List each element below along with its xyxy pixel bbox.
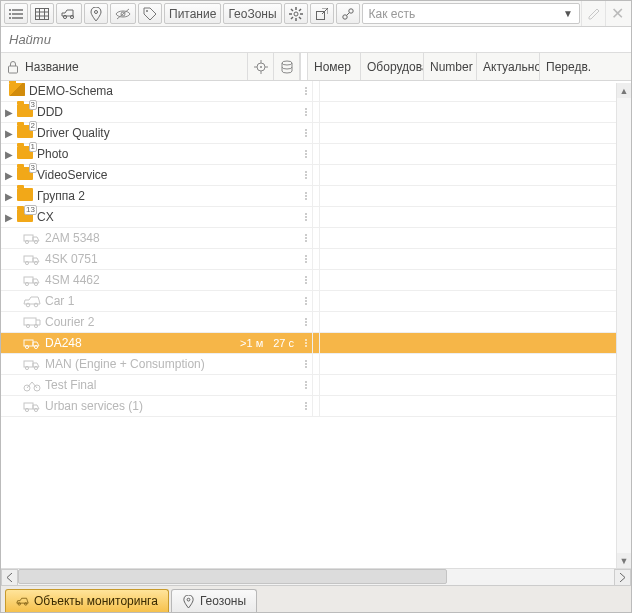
list-view-icon[interactable] [4,3,28,24]
svg-rect-30 [9,66,18,73]
svg-line-29 [346,12,349,15]
tree-label: DDD [37,105,63,119]
row-menu-icon[interactable] [300,87,312,95]
svg-line-24 [291,17,293,19]
tree-label: Courier 2 [45,315,94,329]
vehicles-icon[interactable] [56,3,82,24]
svg-rect-49 [24,318,36,325]
row-menu-icon[interactable] [300,360,312,368]
row-menu-icon[interactable] [300,129,312,137]
col-name[interactable]: Название [1,53,248,80]
row-menu-icon[interactable] [300,297,312,305]
tree-label: MAN (Engine + Consumption) [45,357,205,371]
tree-vehicle[interactable]: Urban services (1) [1,396,631,417]
tree-root[interactable]: DEMO-Schema [1,81,631,102]
folder-icon [17,188,33,201]
col-number-ru[interactable]: Номер [308,53,361,80]
grid-view-icon[interactable] [30,3,54,24]
svg-rect-38 [24,235,33,241]
vehicle-icon [23,399,41,413]
tag-icon[interactable] [138,3,162,24]
tree-folder[interactable]: ▶13CX [1,207,631,228]
tree-label: CX [37,210,54,224]
link-icon[interactable] [336,3,360,24]
scroll-right-icon[interactable] [614,569,631,586]
tree-vehicle[interactable]: Courier 2 [1,312,631,333]
folder-badge: 3 [29,163,37,173]
column-header: Название Номер Оборудова... Number Актуа… [1,53,631,81]
edit-icon[interactable] [581,1,605,26]
row-menu-icon[interactable] [300,318,312,326]
tree-vehicle[interactable]: DA248>1 м27 с [1,333,631,354]
v-scrollbar[interactable]: ▲ ▼ [616,83,631,568]
search-input[interactable] [1,27,631,52]
col-actual[interactable]: Актуально... [477,53,540,80]
svg-point-39 [25,240,28,243]
row-menu-icon[interactable] [300,339,312,347]
col-equipment[interactable]: Оборудова... [361,53,424,80]
row-menu-icon[interactable] [300,108,312,116]
caret-icon[interactable]: ▶ [5,212,13,223]
vehicle-icon [23,357,41,371]
tab-geozones[interactable]: Геозоны [171,589,257,612]
tree-label: VideoService [37,168,108,182]
tree-label: 4SK 0751 [45,252,98,266]
tree-vehicle[interactable]: Test Final [1,375,631,396]
row-menu-icon[interactable] [300,234,312,242]
scroll-up-icon[interactable]: ▲ [617,83,631,98]
view-dropdown-value: Как есть [369,7,416,21]
tree-folder[interactable]: ▶3VideoService [1,165,631,186]
popout-icon[interactable] [310,3,334,24]
tree-vehicle[interactable]: Car 1 [1,291,631,312]
row-menu-icon[interactable] [300,150,312,158]
tree-folder[interactable]: ▶Группа 2 [1,186,631,207]
tree-vehicle[interactable]: 2AM 5348 [1,228,631,249]
row-menu-icon[interactable] [300,255,312,263]
col-number[interactable]: Number [424,53,477,80]
scroll-left-icon[interactable] [1,569,18,586]
h-scrollbar[interactable] [1,568,631,585]
folder-badge: 1 [29,142,37,152]
tree-vehicle[interactable]: 4SM 4462 [1,270,631,291]
close-icon[interactable]: ✕ [605,1,629,26]
caret-icon[interactable]: ▶ [5,107,13,118]
col-target[interactable] [248,53,274,80]
tree-body: DEMO-Schema▶3DDD▶2Driver Quality▶1Photo▶… [1,81,631,585]
caret-icon[interactable]: ▶ [5,191,13,202]
col-pred[interactable]: Передв. [540,53,631,80]
svg-point-53 [25,345,28,348]
svg-point-65 [187,598,190,601]
svg-point-42 [25,261,28,264]
geozones-button[interactable]: ГеоЗоны [223,3,281,24]
row-menu-icon[interactable] [300,213,312,221]
svg-point-46 [34,282,37,285]
folder-badge: 3 [29,100,37,110]
caret-icon[interactable]: ▶ [5,128,13,139]
vehicle-icon [23,273,41,287]
row-menu-icon[interactable] [300,171,312,179]
gear-icon[interactable] [284,3,308,24]
pin-icon[interactable] [84,3,108,24]
h-scroll-thumb[interactable] [18,569,447,584]
row-menu-icon[interactable] [300,402,312,410]
tree-folder[interactable]: ▶1Photo [1,144,631,165]
tree-folder[interactable]: ▶2Driver Quality [1,123,631,144]
row-menu-icon[interactable] [300,381,312,389]
caret-icon[interactable]: ▶ [5,149,13,160]
power-button[interactable]: Питание [164,3,221,24]
col-data[interactable] [274,53,300,80]
tree-vehicle[interactable]: 4SK 0751 [1,249,631,270]
scroll-down-icon[interactable]: ▼ [617,553,631,568]
tree-vehicle[interactable]: MAN (Engine + Consumption) [1,354,631,375]
row-menu-icon[interactable] [300,276,312,284]
caret-icon[interactable]: ▶ [5,170,13,181]
visibility-icon[interactable] [110,3,136,24]
tree-label: Test Final [45,378,96,392]
row-menu-icon[interactable] [300,192,312,200]
row-timing: >1 м27 с [240,337,300,349]
tab-objects[interactable]: Объекты мониторинга [5,589,169,612]
svg-point-51 [34,324,37,327]
car-icon [16,595,29,608]
view-dropdown[interactable]: Как есть ▼ [362,3,580,24]
tree-folder[interactable]: ▶3DDD [1,102,631,123]
